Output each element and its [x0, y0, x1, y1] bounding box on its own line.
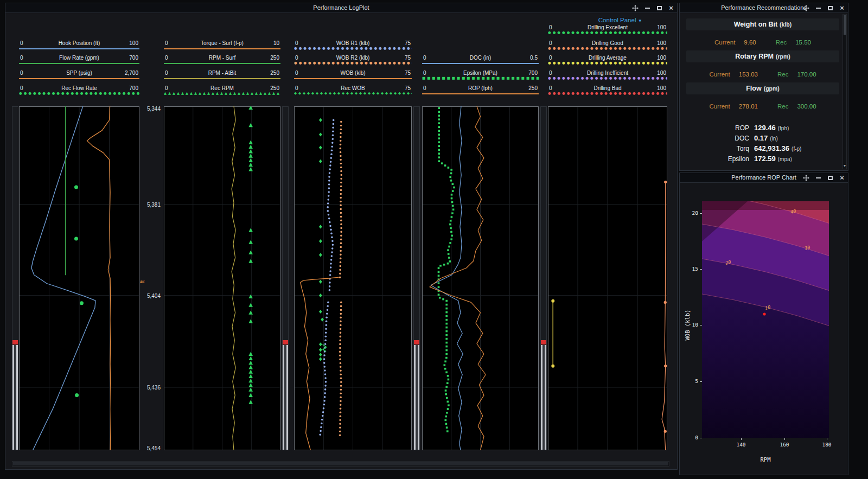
series-indicator: [164, 78, 280, 79]
y-tick-0: 0: [680, 435, 698, 440]
section-name: Rotary RPM: [735, 53, 774, 60]
metric-unit: (f-p): [792, 146, 801, 152]
scale-max: 100: [657, 40, 666, 46]
metric-torq: Torq642,931.36(f-p): [680, 144, 836, 155]
track-5-header-drilling-excellent: 0Drilling Excellent100●●●●●●●●●●●●●●●●●●…: [548, 24, 667, 39]
depth-label: 5,436: [147, 384, 161, 390]
track-scrollbar-3[interactable]: [413, 106, 420, 450]
curve-label: ROP (fph): [422, 85, 539, 91]
current-label: Current: [714, 39, 735, 46]
scale-max: 75: [405, 40, 411, 46]
metric-epsilon: Epsilon172.59(mpa): [680, 155, 836, 165]
track-1-header-hook-position-ft: 0Hook Position (ft)100: [19, 40, 139, 54]
rec-value: 300.00: [797, 103, 816, 110]
scroll-down-arrow-icon[interactable]: ▾: [843, 163, 846, 169]
track-2-plot[interactable]: [164, 106, 280, 450]
depth-axis: ft 5,3445,3815,4045,4365,454: [137, 106, 163, 450]
recommendations-window-controls: ×: [803, 3, 845, 12]
curve-label: SPP (psig): [19, 70, 139, 76]
app-root: Performance LogPlot × Control Panel▾ ft …: [0, 0, 868, 479]
rop-chart-xlabel: RPM: [702, 456, 829, 463]
window-performance-recommendations: Performance Recommendations × ▾ Weight o…: [679, 3, 848, 171]
track-scrollbar-2[interactable]: [282, 106, 289, 450]
logplot-titlebar[interactable]: Performance LogPlot ×: [5, 3, 677, 13]
scrollbar-thumb[interactable]: [844, 15, 846, 35]
scale-max: 100: [657, 55, 666, 61]
rop-chart-titlebar[interactable]: Performance ROP Chart ×: [680, 173, 848, 183]
curve-label: DOC (in): [422, 55, 539, 61]
scroll-position-marker: [414, 340, 419, 344]
section-values-weight-on-bit: Current9.60Rec15.50: [686, 36, 839, 49]
curve-label: Torque - Surf (f-p): [164, 40, 280, 46]
current-value: 278.01: [739, 103, 758, 110]
move-icon[interactable]: [632, 5, 639, 11]
section-header-flow: Flow(gpm): [686, 82, 839, 94]
track-scrollbar-4[interactable]: [540, 106, 547, 450]
scroll-position-marker: [541, 340, 546, 344]
logplot-content: Control Panel▾ ft 5,3445,3815,4045,4365,…: [5, 13, 677, 469]
close-icon[interactable]: ×: [839, 5, 845, 11]
scale-max: 10: [273, 40, 279, 46]
track-4-plot[interactable]: [422, 106, 539, 450]
maximize-icon[interactable]: [827, 5, 833, 11]
metric-value: 642,931.36: [754, 144, 789, 152]
horizontal-scrollbar-thumb[interactable]: [13, 462, 668, 465]
scrollbar-thumb[interactable]: [414, 345, 419, 450]
series-indicator: [422, 93, 539, 94]
y-tickmark: [700, 325, 702, 325]
current-value: 9.60: [744, 39, 756, 46]
track-3-header-wob-r1-klb: 0WOB R1 (klb)75●●●●●●●●●●●●●●●●●●●●●●●●●…: [294, 40, 412, 54]
track-5-plot[interactable]: [548, 106, 667, 450]
scale-max: 100: [657, 70, 666, 76]
series-indicator: [164, 63, 280, 64]
scale-max: 700: [129, 55, 138, 61]
maximize-icon[interactable]: [656, 5, 662, 11]
move-icon[interactable]: [803, 5, 809, 11]
logplot-title: Performance LogPlot: [5, 4, 677, 11]
track-3-header-rec-wob: 0Rec WOB75◆◆◆◆◆◆◆◆◆◆◆◆◆◆◆◆◆◆◆◆◆◆◆◆◆◆◆◆◆◆…: [294, 85, 412, 99]
depth-label: 5,344: [147, 106, 161, 112]
rec-value: 15.50: [795, 39, 811, 46]
series-indicator: ●●●●●●●●●●●●●●●●●●●●●●●●●●●●●●●●●●●●●●●●: [19, 91, 139, 96]
minimize-icon[interactable]: [644, 5, 650, 11]
recommendations-titlebar[interactable]: Performance Recommendations ×: [680, 3, 848, 13]
y-tickmark: [700, 269, 702, 270]
logplot-horizontal-scrollbar[interactable]: [12, 461, 669, 467]
scrollbar-thumb[interactable]: [283, 345, 288, 450]
series-indicator: ●●●●●●●●●●●●●●●●●●●●●●●●●●●●●●●●●●●●●●●●: [548, 91, 667, 96]
series-indicator: [422, 63, 539, 64]
control-panel-label: Control Panel: [598, 17, 636, 23]
y-tick-20: 20: [680, 210, 698, 216]
scrollbar-thumb[interactable]: [541, 345, 546, 450]
maximize-icon[interactable]: [827, 175, 833, 181]
track-1-plot[interactable]: [19, 106, 139, 450]
series-indicator: ●●●●●●●●●●●●●●●●●●●●●●●●●●●●●●●●●●●●●●●●: [548, 76, 667, 81]
scroll-position-marker: [283, 340, 288, 344]
track-2-header-rec-rpm: 0Rec RPM250▲▲▲▲▲▲▲▲▲▲▲▲▲▲▲▲▲▲▲▲▲▲▲▲▲▲▲▲▲…: [164, 85, 280, 99]
depth-label: 5,454: [147, 445, 161, 451]
series-indicator: ●●●●●●●●●●●●●●●●●●●●●●●●●●●●●●●●●●●●●●●●: [548, 46, 667, 51]
recommendations-scrollbar[interactable]: ▾: [843, 14, 847, 169]
section-values-flow: Current278.01Rec300.00: [686, 100, 839, 113]
curve-label: Drilling Average: [548, 55, 667, 61]
minimize-icon[interactable]: [815, 175, 821, 181]
rec-value: 170.00: [797, 71, 816, 78]
track-scrollbar-1[interactable]: [12, 106, 18, 450]
scale-max: 75: [405, 85, 411, 91]
close-icon[interactable]: ×: [839, 175, 845, 181]
metric-value: 0.17: [754, 134, 768, 142]
series-indicator: ●●●●●●●●●●●●●●●●●●●●●●●●●●●●●●●●●●●●●●●●: [294, 61, 412, 66]
scrollbar-thumb[interactable]: [12, 345, 18, 450]
control-panel-dropdown[interactable]: Control Panel▾: [580, 17, 641, 23]
track-3-plot[interactable]: [294, 106, 412, 450]
move-icon[interactable]: [803, 175, 809, 181]
track-4-header-epsilon-mpa: 0Epsilon (MPa)700■■■■■■■■■■■■■■■■■■■■■■■…: [422, 70, 539, 84]
scale-max: 75: [405, 70, 411, 76]
x-tick-140: 140: [734, 442, 748, 448]
rop-contour-plot[interactable]: 40302010: [702, 201, 829, 438]
series-indicator: [19, 48, 139, 49]
series-indicator: ●●●●●●●●●●●●●●●●●●●●●●●●●●●●●●●●●●●●●●●●: [548, 61, 667, 66]
close-icon[interactable]: ×: [668, 5, 674, 11]
minimize-icon[interactable]: [815, 5, 821, 11]
curve-label: Drilling Good: [548, 40, 667, 46]
